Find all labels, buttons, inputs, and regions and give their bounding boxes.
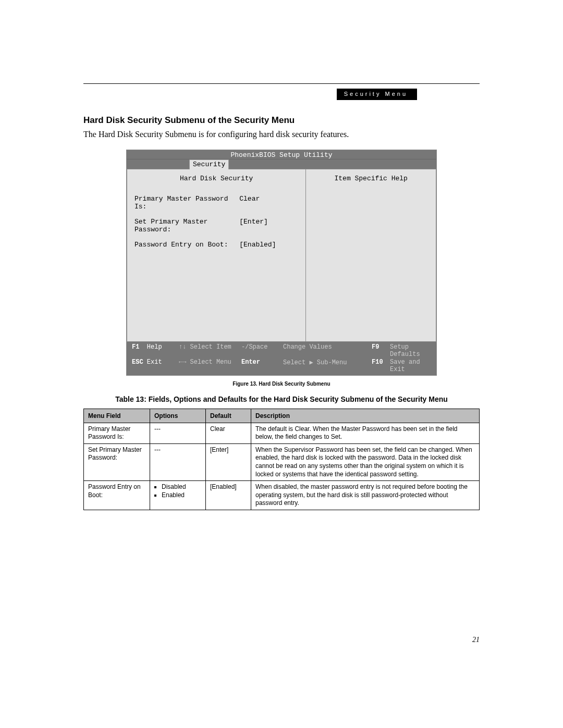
cell-desc: The default is Clear. When the Master Pa… bbox=[251, 423, 480, 443]
bios-key-f1: F1 bbox=[132, 343, 139, 351]
bios-left-heading: Hard Disk Security bbox=[134, 175, 298, 182]
bios-tab-row: Security bbox=[127, 159, 436, 169]
bios-key-f10: F10 bbox=[372, 359, 390, 373]
cell-default: Clear bbox=[206, 423, 251, 443]
cell-desc: When disabled, the master password entry… bbox=[251, 481, 480, 510]
bios-setting-label: Password Entry on Boot: bbox=[134, 241, 239, 249]
bios-key-updown-label: Select Item bbox=[190, 343, 231, 351]
table-row: Primary Master Password Is: --- Clear Th… bbox=[84, 423, 480, 443]
th-menu-field: Menu Field bbox=[84, 409, 150, 423]
fields-table: Menu Field Options Default Description P… bbox=[83, 409, 480, 510]
bios-setting-row: Password Entry on Boot: [Enabled] bbox=[134, 241, 298, 249]
cell-default: [Enabled] bbox=[206, 481, 251, 510]
bios-key-f1-label: Help bbox=[147, 343, 162, 351]
bios-key-lr: ←→ bbox=[179, 359, 186, 366]
section-heading: Hard Disk Security Submenu of the Securi… bbox=[83, 115, 480, 126]
bios-footer: F1 Help ↑↓ Select Item -/Space Change Va… bbox=[127, 342, 436, 375]
bios-setting-value: [Enabled] bbox=[239, 241, 298, 249]
bios-key-f10-label: Save and Exit bbox=[390, 359, 431, 373]
cell-default: [Enter] bbox=[206, 443, 251, 480]
cell-menu: Password Entry on Boot: bbox=[84, 481, 150, 510]
option-item: Disabled bbox=[162, 483, 201, 491]
bios-left-pane: Hard Disk Security Primary Master Passwo… bbox=[127, 169, 306, 341]
bios-key-esc: ESC bbox=[132, 359, 143, 366]
cell-options: --- bbox=[150, 423, 206, 443]
bios-key-lr-label: Select Menu bbox=[190, 359, 231, 366]
th-description: Description bbox=[251, 409, 480, 423]
option-item: Enabled bbox=[162, 491, 201, 500]
bios-setting-value: [Enter] bbox=[239, 218, 298, 233]
th-default: Default bbox=[206, 409, 251, 423]
th-options: Options bbox=[150, 409, 206, 423]
header-section-badge: Security Menu bbox=[337, 89, 417, 100]
bios-key-space: -/Space bbox=[241, 343, 283, 358]
bios-help-heading: Item Specific Help bbox=[312, 175, 430, 182]
bios-setting-row: Primary Master Password Is: Clear bbox=[134, 195, 298, 211]
table-row: Set Primary Master Password: --- [Enter]… bbox=[84, 443, 480, 480]
bios-setting-label: Set Primary Master Password: bbox=[134, 218, 239, 233]
bios-key-updown: ↑↓ bbox=[179, 343, 186, 351]
bios-title: PhoenixBIOS Setup Utility bbox=[127, 150, 436, 159]
cell-menu: Primary Master Password Is: bbox=[84, 423, 150, 443]
cell-options: --- bbox=[150, 443, 206, 480]
bios-tab-security: Security bbox=[189, 159, 229, 169]
cell-options: Disabled Enabled bbox=[150, 481, 206, 510]
figure-caption: Figure 13. Hard Disk Security Submenu bbox=[83, 381, 480, 387]
header-rule bbox=[83, 83, 480, 84]
bios-setting-row: Set Primary Master Password: [Enter] bbox=[134, 218, 298, 233]
intro-text: The Hard Disk Security Submenu is for co… bbox=[83, 129, 480, 140]
bios-key-enter: Enter bbox=[241, 359, 283, 373]
bios-key-space-label: Change Values bbox=[283, 343, 372, 358]
bios-key-enter-label: Select ▶ Sub-Menu bbox=[283, 359, 372, 373]
table-row: Password Entry on Boot: Disabled Enabled… bbox=[84, 481, 480, 510]
bios-help-pane: Item Specific Help bbox=[306, 169, 436, 341]
table-title: Table 13: Fields, Options and Defaults f… bbox=[83, 395, 480, 403]
page-number: 21 bbox=[472, 636, 480, 644]
cell-menu: Set Primary Master Password: bbox=[84, 443, 150, 480]
bios-key-esc-label: Exit bbox=[147, 359, 162, 366]
bios-screenshot: PhoenixBIOS Setup Utility Security Hard … bbox=[126, 150, 437, 376]
bios-key-f9-label: Setup Defaults bbox=[390, 343, 431, 358]
cell-desc: When the Supervisor Password has been se… bbox=[251, 443, 480, 480]
bios-setting-value: Clear bbox=[239, 195, 298, 211]
bios-setting-label: Primary Master Password Is: bbox=[134, 195, 239, 211]
bios-key-f9: F9 bbox=[372, 343, 390, 358]
